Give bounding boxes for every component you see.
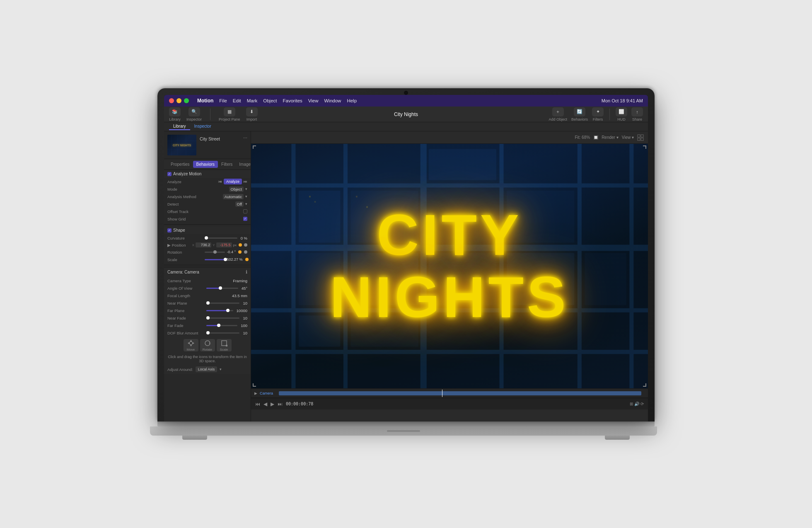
adjust-dropdown[interactable]: Local Axis xyxy=(196,366,218,372)
tab-behaviors[interactable]: Behaviors xyxy=(193,161,218,168)
near-fade-val: 10 xyxy=(243,316,247,320)
screen: Motion File Edit Mark Object Favorites V… xyxy=(164,95,648,421)
menu-favorites[interactable]: Favorites xyxy=(283,98,302,103)
menu-view[interactable]: View xyxy=(308,98,319,103)
share-button[interactable]: ↑ Share xyxy=(631,107,643,121)
position-expand[interactable]: ▶ Position xyxy=(167,243,192,247)
canvas-container[interactable]: CITY NIGHTS xyxy=(251,144,648,388)
canvas-handle-tr xyxy=(643,145,646,149)
y-axis-label: Y xyxy=(213,243,215,247)
show-grid-checkbox[interactable]: ✓ xyxy=(243,217,247,221)
preview-thumb-inner: CITY NIGHTS xyxy=(167,135,196,155)
tab-image[interactable]: Image xyxy=(236,161,251,168)
analyze-next-icon[interactable]: ⏭ xyxy=(244,179,247,184)
svg-rect-16 xyxy=(641,138,643,140)
near-plane-slider[interactable] xyxy=(206,303,239,304)
inspector-button[interactable]: 🔍 Inspector xyxy=(186,107,202,121)
svg-rect-36 xyxy=(585,253,626,305)
menu-object[interactable]: Object xyxy=(263,98,277,103)
far-plane-val: 10000 xyxy=(237,308,247,313)
curvature-slider[interactable] xyxy=(206,237,237,239)
tab-properties[interactable]: Properties xyxy=(167,161,193,168)
timeline-ctrl-play[interactable]: ▶ xyxy=(271,401,274,407)
menu-edit[interactable]: Edit xyxy=(233,98,241,103)
render-btn[interactable]: Render ▾ xyxy=(602,135,619,140)
timeline-ctrl-rewind[interactable]: ⏮ xyxy=(255,401,260,407)
scale-keyframe-1[interactable] xyxy=(245,258,249,261)
svg-rect-39 xyxy=(309,196,311,198)
analyze-motion-header: ✓ Analyze Motion xyxy=(164,170,251,178)
menu-file[interactable]: File xyxy=(219,98,227,103)
timeline-ctrl-forward[interactable]: ⏭ xyxy=(278,401,283,407)
rotation-keyframe-1[interactable] xyxy=(238,250,242,254)
rotation-slider[interactable] xyxy=(205,252,225,253)
angle-slider[interactable] xyxy=(206,288,238,289)
far-plane-slider[interactable] xyxy=(206,310,233,311)
adjust-label: Adjust Around: xyxy=(167,367,193,372)
grid-icon xyxy=(637,134,644,141)
detect-dropdown[interactable]: Off xyxy=(235,201,244,207)
info-icon[interactable]: ℹ xyxy=(246,269,247,275)
mode-dropdown[interactable]: Object xyxy=(229,186,244,192)
analyze-prev-icon[interactable]: ⏮ xyxy=(218,179,222,184)
offset-track-checkbox[interactable] xyxy=(243,209,247,213)
timeline-ctrl-prev[interactable]: ◀ xyxy=(263,401,267,407)
dof-row: DOF Blur Amount 10 xyxy=(164,329,251,337)
far-fade-slider[interactable] xyxy=(206,325,237,326)
library-button[interactable]: 📚 Library xyxy=(169,107,181,121)
inspector-label: Inspector xyxy=(186,117,202,121)
position-y-field[interactable]: -175.5 xyxy=(216,242,232,247)
shape-checkbox[interactable]: ✓ xyxy=(167,228,172,233)
camera-type-value: Framing xyxy=(205,279,247,283)
position-keyframe-2[interactable] xyxy=(244,243,247,247)
project-pane-icon: ▦ xyxy=(224,107,235,116)
tab-filters[interactable]: Filters xyxy=(218,161,236,168)
menu-window[interactable]: Window xyxy=(324,98,341,103)
city-nights-line2: NIGHTS xyxy=(330,268,569,326)
near-plane-value: 10 xyxy=(205,301,247,305)
timeline-arrow: ▶ xyxy=(254,391,257,395)
menu-mark[interactable]: Mark xyxy=(247,98,258,103)
analyze-motion-checkbox[interactable]: ✓ xyxy=(167,172,172,176)
scale-button[interactable]: Scale xyxy=(217,339,232,351)
show-grid-label: Show Grid xyxy=(167,217,205,221)
filters-button[interactable]: ✦ Filters xyxy=(592,107,604,121)
fit-label[interactable]: Fit: 68% xyxy=(575,135,590,140)
app-name-menu[interactable]: Motion xyxy=(197,98,213,104)
rotation-keyframe-2[interactable] xyxy=(244,250,247,254)
project-pane-button[interactable]: ▦ Project Pane xyxy=(219,107,240,121)
mode-value: Object ▾ xyxy=(205,186,247,192)
tab-inspector[interactable]: Inspector xyxy=(190,123,215,130)
preview-more-button[interactable]: ··· xyxy=(243,135,247,140)
analysis-method-row: Analysis Method Automatic ▾ xyxy=(164,193,251,200)
rotation-track xyxy=(205,252,225,253)
view-btn[interactable]: View ▾ xyxy=(622,135,634,140)
camera-type-val: Framing xyxy=(233,279,247,283)
hud-button[interactable]: ⬜ HUD xyxy=(616,107,627,121)
rotate-button[interactable]: Rotate xyxy=(200,339,215,351)
analyze-active-btn[interactable]: Analyze xyxy=(224,179,242,184)
camera-type-label: Camera Type xyxy=(167,279,205,283)
position-x-field[interactable]: 736.2 xyxy=(196,242,211,247)
camera-section: Camera: Camera ℹ Camera Type Framing xyxy=(164,267,251,374)
hud-label: HUD xyxy=(617,117,626,121)
traffic-light-close[interactable] xyxy=(169,98,174,103)
menu-help[interactable]: Help xyxy=(347,98,357,103)
traffic-light-minimize[interactable] xyxy=(176,98,181,103)
import-button[interactable]: ⬇ Import xyxy=(246,107,258,121)
timeline-track-bar[interactable] xyxy=(279,391,641,395)
macos-menu-bar: Motion File Edit Mark Object Favorites V… xyxy=(164,95,648,107)
traffic-light-fullscreen[interactable] xyxy=(184,98,189,103)
near-fade-slider[interactable] xyxy=(206,317,239,319)
dof-slider[interactable] xyxy=(206,332,239,334)
position-keyframe-1[interactable] xyxy=(239,243,242,247)
separator-2 xyxy=(164,265,251,265)
tab-library[interactable]: Library xyxy=(169,123,190,130)
add-object-button[interactable]: ＋ Add Object xyxy=(549,107,567,121)
analysis-method-dropdown[interactable]: Automatic xyxy=(223,194,244,199)
rotation-value: -0.4 ° xyxy=(205,250,247,254)
behaviors-button[interactable]: 🔄 Behaviors xyxy=(571,107,588,121)
move-button[interactable]: Move xyxy=(184,339,198,351)
filters-label: Filters xyxy=(593,117,603,121)
scale-slider[interactable] xyxy=(205,259,225,260)
